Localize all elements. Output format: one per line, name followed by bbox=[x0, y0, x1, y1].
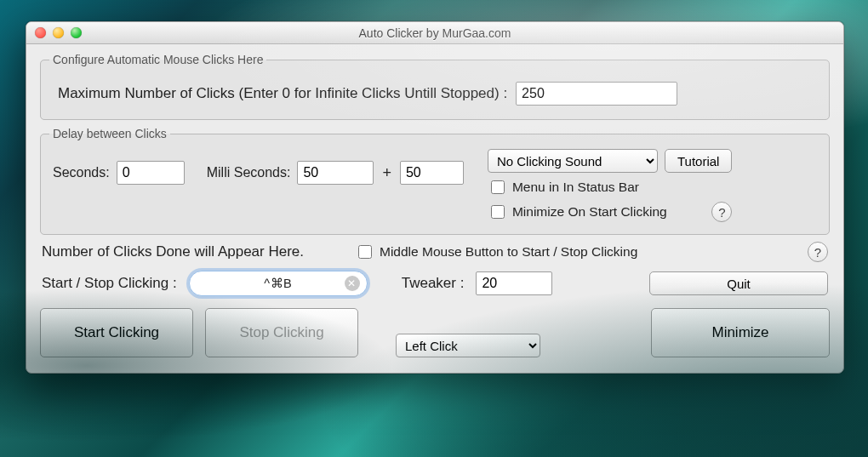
minimize-icon[interactable] bbox=[53, 27, 64, 38]
help-icon[interactable]: ? bbox=[711, 202, 732, 222]
seconds-input[interactable] bbox=[117, 161, 185, 185]
configure-group: Configure Automatic Mouse Clicks Here Ma… bbox=[40, 53, 830, 120]
window-content: Configure Automatic Mouse Clicks Here Ma… bbox=[26, 44, 843, 373]
configure-legend: Configure Automatic Mouse Clicks Here bbox=[49, 53, 266, 66]
minimize-on-start-checkbox[interactable]: Minimize On Start Clicking bbox=[488, 203, 667, 221]
clear-icon[interactable]: ✕ bbox=[345, 276, 360, 291]
middle-mouse-checkbox[interactable]: Middle Mouse Button to Start / Stop Clic… bbox=[355, 243, 637, 261]
max-clicks-label: Maximum Number of Clicks (Enter 0 for In… bbox=[58, 85, 507, 102]
tweaker-label: Tweaker : bbox=[402, 275, 465, 292]
menu-statusbar-input[interactable] bbox=[491, 180, 505, 194]
status-text: Number of Clicks Done will Appear Here. bbox=[42, 243, 304, 260]
plus-label: + bbox=[380, 164, 393, 182]
traffic-lights bbox=[35, 27, 82, 38]
tweaker-input[interactable] bbox=[476, 271, 552, 295]
window-title: Auto Clicker by MurGaa.com bbox=[26, 26, 843, 40]
menu-statusbar-checkbox[interactable]: Menu in In Status Bar bbox=[488, 178, 732, 197]
stop-clicking-button[interactable]: Stop Clicking bbox=[205, 308, 358, 357]
sound-select[interactable]: No Clicking Sound bbox=[488, 149, 658, 173]
minimize-on-start-input[interactable] bbox=[491, 205, 505, 219]
hotkey-value: ^⌘B bbox=[264, 277, 292, 290]
app-window: Auto Clicker by MurGaa.com Configure Aut… bbox=[26, 21, 844, 374]
ms-input-1[interactable] bbox=[297, 161, 374, 185]
ms-input-2[interactable] bbox=[400, 161, 464, 185]
max-clicks-input[interactable] bbox=[516, 82, 677, 106]
seconds-label: Seconds: bbox=[53, 165, 110, 180]
zoom-icon[interactable] bbox=[71, 27, 82, 38]
tutorial-button[interactable]: Tutorial bbox=[665, 149, 732, 173]
close-icon[interactable] bbox=[35, 27, 46, 38]
delay-legend: Delay between Clicks bbox=[49, 127, 170, 140]
ms-label: Milli Seconds: bbox=[207, 165, 291, 180]
titlebar: Auto Clicker by MurGaa.com bbox=[26, 22, 843, 44]
delay-group: Delay between Clicks Seconds: Milli Seco… bbox=[40, 127, 830, 235]
help-icon-2[interactable]: ? bbox=[808, 242, 828, 262]
middle-mouse-input[interactable] bbox=[358, 245, 372, 259]
click-type-select[interactable]: Left Click bbox=[396, 334, 540, 357]
minimize-button[interactable]: Minimize bbox=[651, 308, 830, 357]
quit-button[interactable]: Quit bbox=[649, 271, 828, 295]
hotkey-field[interactable]: ^⌘B ✕ bbox=[189, 271, 368, 296]
start-clicking-button[interactable]: Start Clicking bbox=[40, 308, 193, 357]
hotkey-label: Start / Stop Clicking : bbox=[42, 275, 177, 292]
